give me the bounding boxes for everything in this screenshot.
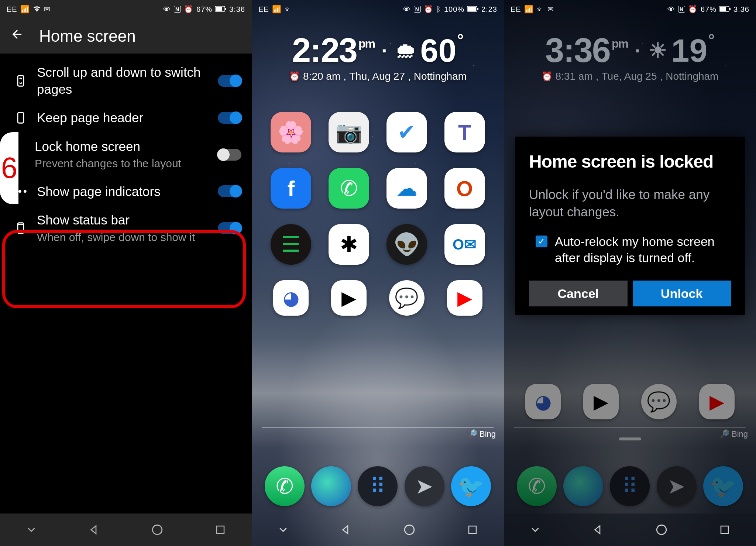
- app-teams[interactable]: T: [444, 112, 485, 152]
- svg-point-7: [153, 525, 162, 535]
- alarm-icon: ⏰: [424, 5, 433, 14]
- setting-scroll-pages[interactable]: Scroll up and down to switch pages: [0, 58, 252, 103]
- setting-label: Show page indicators: [37, 183, 216, 200]
- lock-dialog: Home screen is locked Unlock if you'd li…: [515, 137, 745, 315]
- setting-label: Lock home screen: [35, 138, 216, 155]
- dock-telegram[interactable]: ➤: [405, 466, 444, 506]
- app-facebook[interactable]: f: [271, 168, 311, 209]
- dock: ✆ ⠿ ➤ 🐦: [504, 459, 756, 514]
- setting-keep-header[interactable]: Keep page header: [0, 103, 252, 132]
- dock-twitter[interactable]: 🐦: [703, 466, 743, 506]
- alarm-time: 8:31 am: [556, 71, 593, 82]
- dialog-body: Unlock if you'd like to make any layout …: [529, 186, 731, 221]
- svg-rect-13: [469, 526, 476, 533]
- nav-recent-icon[interactable]: [716, 521, 733, 538]
- clock-widget[interactable]: 2:23pm · 🌧 60° ⏰ 8:20 am, Thu, Aug 27, N…: [252, 31, 504, 82]
- nav-home-icon[interactable]: [653, 521, 670, 538]
- app-play-store[interactable]: ▶: [583, 384, 619, 419]
- app-youtube[interactable]: ▶: [447, 280, 482, 316]
- statusbar-icon: [14, 221, 28, 235]
- drag-handle-icon[interactable]: [619, 437, 641, 440]
- back-icon[interactable]: [10, 27, 24, 45]
- dialog-checkbox-row[interactable]: ✓ Auto-relock my home screen after displ…: [529, 233, 731, 266]
- setting-lock-home[interactable]: 6 Lock home screen Prevent changes to th…: [0, 132, 252, 177]
- nfc-icon: N: [414, 6, 421, 13]
- app-office[interactable]: O: [444, 168, 485, 209]
- app-simplenote[interactable]: ◕: [525, 384, 561, 419]
- time-label: 3:36: [733, 5, 749, 14]
- setting-page-indicators[interactable]: ••• Show page indicators: [0, 177, 252, 206]
- dock-telegram[interactable]: ➤: [657, 466, 697, 506]
- app-outlook[interactable]: O✉: [444, 224, 485, 265]
- app-photos[interactable]: 🌸: [271, 112, 311, 152]
- app-spotify[interactable]: ☰: [271, 224, 311, 265]
- svg-rect-1: [216, 7, 222, 11]
- dock-apps[interactable]: ⠿: [610, 466, 650, 506]
- eye-icon: 👁: [667, 5, 675, 14]
- app-todo[interactable]: ✔: [386, 112, 427, 152]
- alarm-icon: ⏰: [688, 5, 698, 14]
- settings-list: Scroll up and down to switch pages Keep …: [0, 54, 252, 251]
- app-grid: 🌸 📷 ✔ T f ✆ ☁ O ☰ ✱ 👽 O✉ ◕ ▶ 💬 ▶: [252, 112, 504, 316]
- cancel-button[interactable]: Cancel: [529, 281, 628, 306]
- battery-label: 67%: [701, 5, 717, 14]
- carrier-label: EE: [511, 5, 521, 14]
- nav-recent-icon[interactable]: [464, 521, 481, 538]
- svg-rect-8: [217, 526, 224, 533]
- dialog-title: Home screen is locked: [529, 151, 731, 172]
- nav-keyboard-down-icon[interactable]: [23, 521, 40, 538]
- app-whatsapp[interactable]: ✆: [329, 168, 369, 209]
- signal-icon: 📶: [20, 5, 30, 14]
- signal-icon: 📶: [272, 5, 282, 14]
- search-bar[interactable]: 🔎 Bing: [252, 427, 504, 441]
- nav-back-icon[interactable]: [86, 521, 103, 538]
- dock-twitter[interactable]: 🐦: [451, 466, 491, 506]
- bing-label: Bing: [480, 429, 496, 439]
- checkbox-icon[interactable]: ✓: [536, 236, 547, 247]
- dock-phone[interactable]: ✆: [265, 466, 305, 506]
- clock-ampm: pm: [358, 37, 375, 51]
- app-simplenote[interactable]: ◕: [273, 280, 309, 316]
- nfc-icon: N: [678, 6, 685, 13]
- nav-recent-icon[interactable]: [212, 521, 229, 538]
- separator-dot: ·: [381, 38, 387, 62]
- battery-icon: [215, 5, 226, 14]
- alarm-icon: ⏰: [184, 5, 193, 14]
- app-messenger[interactable]: 💬: [389, 280, 425, 316]
- app-reddit[interactable]: 👽: [386, 224, 427, 265]
- separator-dot: ·: [635, 38, 640, 62]
- nav-keyboard-down-icon[interactable]: [527, 521, 544, 538]
- toggle-switch[interactable]: [218, 112, 241, 124]
- nav-back-icon[interactable]: [338, 521, 355, 538]
- wifi-icon: [33, 5, 41, 14]
- dock-apps[interactable]: ⠿: [358, 466, 398, 506]
- dock-phone[interactable]: ✆: [517, 466, 557, 506]
- dock-edge[interactable]: [311, 466, 351, 506]
- app-camera[interactable]: 📷: [329, 112, 369, 152]
- app-onedrive[interactable]: ☁: [386, 168, 427, 209]
- toggle-switch[interactable]: [218, 185, 241, 197]
- locked-home-pane: EE 📶 ᯤ ✉ 👁 N ⏰ 67% 3:36 3:36pm · ☀ 19° ⏰…: [504, 0, 756, 546]
- nav-keyboard-down-icon[interactable]: [275, 521, 292, 538]
- svg-point-17: [657, 525, 666, 535]
- toggle-switch[interactable]: [218, 222, 241, 234]
- app-play-store[interactable]: ▶: [331, 280, 367, 316]
- nav-home-icon[interactable]: [149, 521, 166, 538]
- app-youtube[interactable]: ▶: [699, 384, 735, 419]
- time-label: 3:36: [229, 5, 245, 14]
- app-slack[interactable]: ✱: [329, 224, 369, 265]
- toggle-switch[interactable]: [218, 149, 241, 161]
- nav-home-icon[interactable]: [401, 521, 418, 538]
- dock-edge[interactable]: [563, 466, 603, 506]
- app-messenger[interactable]: 💬: [641, 384, 677, 419]
- wifi-icon: ᯤ: [285, 5, 292, 14]
- setting-status-bar[interactable]: Show status bar When off, swipe down to …: [0, 206, 252, 251]
- unlock-button[interactable]: Unlock: [633, 281, 731, 306]
- battery-icon: [719, 5, 731, 14]
- temp-value: 60: [420, 32, 457, 69]
- battery-label: 67%: [196, 5, 212, 14]
- nav-back-icon[interactable]: [590, 521, 607, 538]
- alarm-time: 8:20 am: [303, 71, 340, 82]
- battery-label: 100%: [444, 5, 464, 14]
- toggle-switch[interactable]: [218, 75, 241, 87]
